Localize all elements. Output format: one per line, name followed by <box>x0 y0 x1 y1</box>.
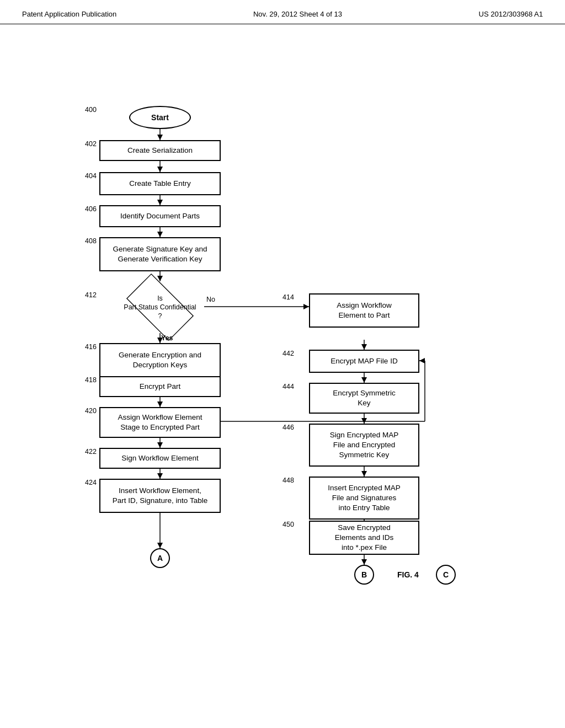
svg-marker-17 <box>157 442 163 448</box>
label-448: 448 <box>282 477 294 484</box>
node-414: Assign Workflow Element to Part <box>309 293 419 328</box>
label-404: 404 <box>85 172 97 180</box>
node-402: Create Serialization <box>99 140 221 161</box>
start-node: Start <box>129 106 191 129</box>
svg-marker-35 <box>361 559 367 565</box>
svg-marker-27 <box>361 377 367 383</box>
svg-marker-3 <box>157 167 163 172</box>
svg-marker-31 <box>361 471 367 477</box>
label-400: 400 <box>85 106 97 114</box>
label-420: 420 <box>85 407 97 415</box>
node-444: Encrypt Symmetric Key <box>309 383 419 414</box>
label-412: 412 <box>85 291 97 299</box>
node-416: Generate Encryption and Decryption Keys <box>99 343 221 377</box>
label-416: 416 <box>85 343 97 351</box>
label-424: 424 <box>85 479 97 486</box>
circle-a: A <box>150 548 170 568</box>
node-450: Save Encrypted Elements and IDs into *.p… <box>309 521 419 555</box>
node-442: Encrypt MAP File ID <box>309 350 419 373</box>
node-404: Create Table Entry <box>99 172 221 195</box>
label-414: 414 <box>282 293 294 301</box>
circle-b: B <box>354 565 374 585</box>
label-444: 444 <box>282 383 294 390</box>
node-412: Is Part Status Confidential ? <box>116 281 204 333</box>
no-label: No <box>206 296 215 303</box>
label-406: 406 <box>85 205 97 213</box>
svg-marker-7 <box>157 232 163 237</box>
label-422: 422 <box>85 448 97 456</box>
node-408: Generate Signature Key and Generate Veri… <box>99 237 221 271</box>
label-446: 446 <box>282 424 294 431</box>
node-448: Insert Encrypted MAP File and Signatures… <box>309 477 419 520</box>
node-406: Identify Document Parts <box>99 205 221 227</box>
yes-label: Yes <box>161 334 173 342</box>
label-402: 402 <box>85 140 97 148</box>
circle-c: C <box>436 565 456 585</box>
diagram-area: 400 Start 402 Create Serialization 404 C… <box>0 24 565 708</box>
arrows-svg <box>0 24 565 708</box>
node-418: Encrypt Part <box>99 376 221 397</box>
svg-marker-39 <box>419 358 425 363</box>
header-left: Patent Application Publication <box>22 10 116 18</box>
page-header: Patent Application Publication Nov. 29, … <box>0 0 565 24</box>
fig-label: FIG. 4 <box>397 570 419 579</box>
label-450: 450 <box>282 521 294 528</box>
node-420: Assign Workflow Element Stage to Encrypt… <box>99 407 221 438</box>
svg-marker-1 <box>157 135 163 140</box>
node-424: Insert Workflow Element, Part ID, Signat… <box>99 479 221 513</box>
label-408: 408 <box>85 237 97 245</box>
header-center: Nov. 29, 2012 Sheet 4 of 13 <box>253 10 342 18</box>
header-right: US 2012/303968 A1 <box>479 10 543 18</box>
svg-marker-15 <box>157 402 163 407</box>
svg-marker-5 <box>157 200 163 205</box>
svg-marker-29 <box>361 418 367 424</box>
label-418: 418 <box>85 376 97 384</box>
node-446: Sign Encrypted MAP File and Encrypted Sy… <box>309 424 419 467</box>
label-442: 442 <box>282 350 294 357</box>
svg-marker-19 <box>157 473 163 479</box>
svg-marker-21 <box>157 543 163 548</box>
svg-marker-25 <box>361 344 367 350</box>
node-422: Sign Workflow Element <box>99 448 221 469</box>
svg-marker-23 <box>303 304 309 309</box>
